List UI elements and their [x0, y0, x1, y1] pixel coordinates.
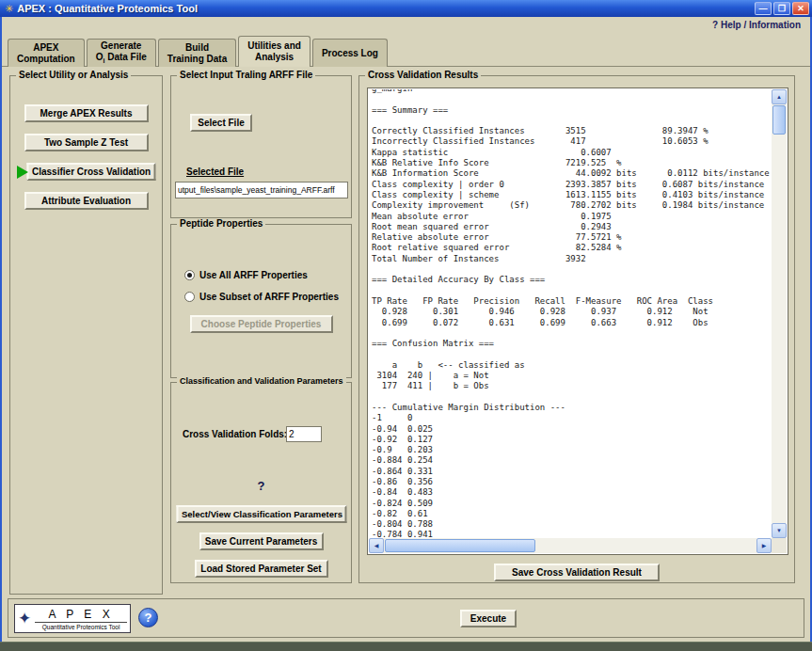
maximize-button[interactable]: ❐ [773, 2, 790, 15]
vertical-scrollbar[interactable]: ▲ ▼ [772, 89, 787, 538]
tab-bar: APEX Computation Generate Oi Data File B… [8, 36, 390, 67]
tab-label: Build [167, 42, 227, 54]
tab-label: Training Data [167, 54, 227, 65]
results-output-viewport: g_margin === Summary === Correctly Class… [369, 89, 772, 538]
results-output-text: g_margin === Summary === Correctly Class… [372, 89, 770, 538]
tab-label: Generate [96, 40, 147, 52]
footer-bar: ✦ A P E X Quantitative Proteomics Tool ?… [8, 598, 804, 638]
apex-logo-star-icon: ✦ [18, 611, 31, 627]
tab-label: Analysis [247, 52, 301, 63]
selected-utility-arrow-icon [17, 166, 28, 179]
tab-utilities-and-analysis[interactable]: Utilities and Analysis [238, 36, 310, 67]
title-bar[interactable]: ✳ APEX : Quantitative Proteomics Tool — … [0, 0, 812, 17]
horizontal-scroll-thumb[interactable] [385, 539, 535, 552]
apex-logo: ✦ A P E X Quantitative Proteomics Tool [14, 604, 131, 633]
panel-cross-validation-results-title: Cross Validation Results [365, 70, 481, 80]
select-file-button[interactable]: Select File [190, 114, 252, 132]
radio-unselected-icon [184, 292, 195, 302]
merge-apex-results-button[interactable]: Merge APEX Results [24, 104, 149, 122]
panel-select-utility-title: Select Utility or Analysis [16, 70, 131, 80]
panel-select-input-arff-title: Select Input Traling ARFF File [177, 70, 315, 80]
tab-generate-oi-data-file[interactable]: Generate Oi Data File [87, 39, 156, 67]
minimize-button[interactable]: — [755, 2, 772, 15]
choose-peptide-properties-button: Choose Peptide Properties [190, 315, 333, 333]
results-output-area[interactable]: g_margin === Summary === Correctly Class… [367, 87, 788, 555]
panel-select-utility: Select Utility or Analysis Merge APEX Re… [9, 75, 163, 595]
window-border-left-edge [0, 17, 2, 642]
scrollbar-corner [772, 538, 787, 553]
vertical-scroll-thumb[interactable] [772, 105, 786, 135]
tab-label: Utilities and [247, 40, 301, 52]
use-subset-arff-properties-radio[interactable]: Use Subset of ARFF Properties [184, 292, 339, 302]
use-all-arff-properties-label: Use All ARFF Properties [199, 270, 308, 280]
scroll-up-arrow-icon[interactable]: ▲ [772, 89, 787, 104]
classifier-cross-validation-button[interactable]: Classifier Cross Validation [26, 163, 155, 181]
use-all-arff-properties-radio[interactable]: Use All ARFF Properties [184, 270, 308, 280]
parameters-help-mark[interactable]: ? [171, 479, 351, 493]
panel-classification-parameters: Classification and Validation Parameters… [170, 382, 352, 583]
select-view-classification-parameters-button[interactable]: Select/View Classification Parameters [176, 505, 346, 523]
tab-label: APEX [17, 42, 75, 54]
panel-cross-validation-results: Cross Validation Results g_margin === Su… [358, 75, 795, 583]
app-window: ✳ APEX : Quantitative Proteomics Tool — … [0, 0, 812, 651]
use-subset-arff-properties-label: Use Subset of ARFF Properties [199, 292, 339, 302]
attribute-evaluation-button[interactable]: Attribute Evaluation [24, 192, 149, 210]
tab-label: Oi Data File [96, 52, 147, 67]
help-information-link[interactable]: ? Help / Information [712, 20, 801, 30]
panel-peptide-properties: Peptide Properties Use All ARFF Properti… [170, 224, 352, 378]
tab-label: Computation [17, 54, 75, 65]
save-current-parameters-button[interactable]: Save Current Parameters [199, 532, 324, 550]
execute-button[interactable]: Execute [460, 610, 517, 627]
tab-build-training-data[interactable]: Build Training Data [158, 39, 236, 67]
radio-selected-icon [184, 270, 195, 280]
tab-label: Process Log [322, 48, 378, 59]
selected-file-label: Selected File [186, 167, 244, 177]
scroll-down-arrow-icon[interactable]: ▼ [772, 523, 787, 538]
cross-validation-folds-input[interactable] [286, 426, 322, 442]
scroll-right-arrow-icon[interactable]: ▶ [756, 538, 772, 553]
app-icon: ✳ [5, 1, 13, 16]
panel-select-input-arff: Select Input Traling ARFF File Select Fi… [170, 75, 352, 218]
tab-process-log[interactable]: Process Log [312, 39, 388, 67]
save-cross-validation-result-button[interactable]: Save Cross Validation Result [494, 564, 660, 581]
horizontal-scrollbar[interactable]: ◀ ▶ [369, 538, 772, 553]
close-button[interactable]: ✕ [792, 2, 809, 15]
two-sample-z-test-button[interactable]: Two Sample Z Test [24, 134, 149, 151]
tab-apex-computation[interactable]: APEX Computation [8, 39, 85, 67]
selected-file-field[interactable] [175, 182, 348, 198]
panel-classification-parameters-title: Classification and Validation Parameters [177, 376, 346, 386]
window-title: APEX : Quantitative Proteomics Tool [17, 3, 753, 14]
scroll-left-arrow-icon[interactable]: ◀ [369, 538, 384, 553]
apex-logo-title: A P E X [35, 608, 127, 623]
window-bottom-edge [0, 642, 812, 651]
load-stored-parameter-set-button[interactable]: Load Stored Parameter Set [195, 560, 328, 578]
apex-logo-text: A P E X Quantitative Proteomics Tool [32, 608, 130, 630]
apex-logo-subtitle: Quantitative Proteomics Tool [35, 623, 127, 630]
cross-validation-folds-label: Cross Validation Folds: [183, 429, 287, 439]
panel-peptide-properties-title: Peptide Properties [177, 218, 265, 229]
help-icon[interactable]: ? [138, 608, 158, 627]
